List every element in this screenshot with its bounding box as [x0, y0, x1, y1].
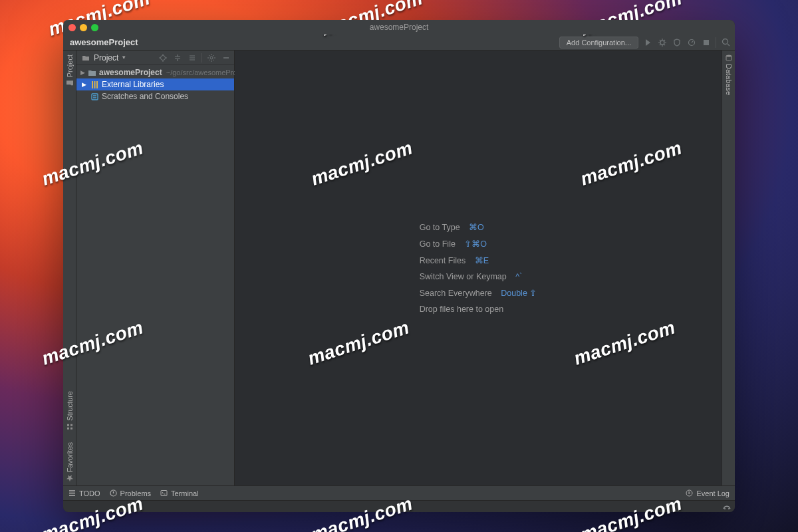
chevron-right-icon[interactable]: ▶ [80, 69, 85, 76]
breadcrumb[interactable]: awesomeProject [70, 37, 138, 47]
gutter-structure-label: Structure [66, 391, 74, 421]
scratches-icon [90, 92, 99, 101]
tree-row-external-libraries[interactable]: ▶ External Libraries [76, 78, 234, 90]
run-icon[interactable] [642, 37, 653, 48]
svg-point-7 [726, 55, 732, 57]
star-icon [66, 475, 73, 481]
locate-icon[interactable] [158, 53, 168, 63]
window-title: awesomeProject [63, 23, 735, 32]
event-log-icon [686, 489, 693, 497]
zoom-dot[interactable] [91, 24, 98, 31]
bottom-problems[interactable]: Problems [110, 489, 151, 497]
gutter-project[interactable]: Project [66, 55, 74, 86]
profile-icon[interactable] [686, 37, 697, 48]
bottom-todo-label: TODO [79, 489, 100, 497]
bottom-event-log[interactable]: Event Log [686, 489, 730, 497]
project-toolwindow-header: Project ▼ [76, 51, 234, 65]
tree-label: Scratches and Consoles [102, 92, 188, 101]
debug-icon[interactable] [657, 37, 668, 48]
hint-shortcut: Double ⇧ [501, 289, 537, 298]
gear-icon[interactable] [206, 53, 217, 63]
svg-rect-9 [161, 491, 167, 496]
svg-point-0 [660, 41, 664, 45]
hint-label: Switch View or Keymap [420, 272, 507, 281]
gutter-database[interactable]: Database [725, 55, 733, 95]
hint-search-everywhere: Search Everywhere Double ⇧ [420, 288, 537, 298]
folder-icon [66, 80, 73, 86]
hint-drop-files: Drop files here to open [420, 305, 503, 314]
search-icon[interactable] [720, 37, 731, 48]
editor-area[interactable]: Go to Type ⌘O Go to File ⇧⌘O Recent File… [235, 51, 722, 485]
hint-shortcut: ⇧⌘O [464, 239, 487, 249]
hint-label: Drop files here to open [420, 305, 503, 314]
editor-hints: Go to Type ⌘O Go to File ⇧⌘O Recent File… [420, 222, 537, 314]
left-gutter: Project Structure Favorites [63, 51, 76, 485]
dropdown-icon[interactable]: ▼ [121, 55, 126, 61]
database-icon [726, 55, 732, 61]
bottom-terminal-label: Terminal [171, 489, 199, 497]
right-gutter: Database [722, 51, 735, 485]
toolbar-separator [716, 37, 716, 48]
gutter-favorites[interactable]: Favorites [66, 442, 74, 481]
project-toolwindow-title[interactable]: Project [94, 53, 118, 63]
chevron-right-icon[interactable]: ▶ [80, 81, 87, 88]
tree-label: awesomeProject [99, 68, 162, 77]
project-toolwindow: Project ▼ [76, 51, 235, 485]
svg-point-11 [724, 508, 726, 509]
hint-label: Go to Type [420, 223, 460, 232]
hide-icon[interactable] [221, 53, 231, 63]
tree-row-project-root[interactable]: ▶ awesomeProject ~/go/src/awesomeProject [76, 66, 234, 78]
ide-settings-icon[interactable] [723, 503, 731, 511]
warning-icon [110, 489, 117, 497]
tree-label: External Libraries [102, 80, 164, 89]
titlebar: awesomeProject [63, 20, 735, 35]
stop-icon[interactable] [701, 37, 712, 48]
hint-go-to-file: Go to File ⇧⌘O [420, 239, 487, 249]
traffic-lights [68, 24, 98, 31]
hint-switch-view: Switch View or Keymap ^` [420, 272, 523, 281]
add-configuration-button[interactable]: Add Configuration... [559, 37, 638, 49]
svg-rect-6 [92, 94, 98, 100]
bottom-problems-label: Problems [120, 489, 151, 497]
svg-point-12 [728, 508, 730, 509]
bottom-terminal[interactable]: Terminal [160, 489, 199, 497]
ide-window: awesomeProject awesomeProject Add Config… [63, 20, 735, 512]
folder-icon [88, 68, 96, 77]
close-dot[interactable] [68, 24, 76, 31]
tree-row-scratches[interactable]: Scratches and Consoles [76, 90, 234, 102]
structure-icon [66, 424, 73, 430]
svg-point-5 [210, 57, 213, 59]
statusbar [63, 500, 735, 512]
project-icon [80, 53, 91, 63]
expand-all-icon[interactable] [172, 53, 183, 63]
hint-shortcut: ⌘E [475, 256, 489, 265]
terminal-icon [160, 489, 168, 497]
coverage-icon[interactable] [672, 37, 682, 48]
hint-shortcut: ⌘O [469, 223, 484, 232]
libraries-icon [90, 80, 99, 89]
collapse-all-icon[interactable] [187, 53, 198, 63]
gutter-favorites-label: Favorites [66, 442, 74, 472]
bottom-event-log-label: Event Log [696, 489, 730, 497]
minimize-dot[interactable] [80, 24, 87, 31]
hint-shortcut: ^` [515, 272, 522, 281]
gutter-database-label: Database [725, 64, 733, 95]
bottom-toolbar: TODO Problems Terminal Event Log [63, 485, 735, 500]
svg-rect-2 [704, 40, 709, 45]
svg-point-3 [722, 39, 728, 45]
hint-label: Go to File [420, 239, 456, 249]
hint-label: Search Everywhere [420, 289, 492, 298]
list-icon [68, 489, 76, 497]
gutter-project-label: Project [66, 55, 74, 77]
hint-go-to-type: Go to Type ⌘O [420, 222, 484, 232]
svg-point-4 [161, 55, 166, 60]
gutter-structure[interactable]: Structure [66, 391, 74, 430]
hint-label: Recent Files [420, 256, 466, 265]
navbar: awesomeProject Add Configuration... [63, 35, 735, 51]
project-tree[interactable]: ▶ awesomeProject ~/go/src/awesomeProject… [76, 65, 234, 104]
bottom-todo[interactable]: TODO [68, 489, 100, 497]
hint-recent-files: Recent Files ⌘E [420, 255, 489, 265]
toolbar-separator [201, 53, 202, 63]
